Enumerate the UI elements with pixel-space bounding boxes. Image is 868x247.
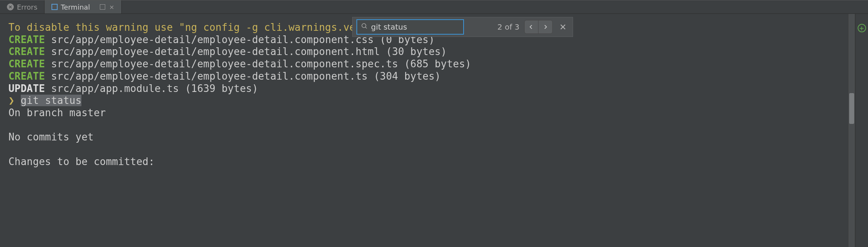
find-input-wrap[interactable] xyxy=(356,19,464,35)
terminal-line: UPDATE src/app/app.module.ts (1639 bytes… xyxy=(8,83,840,95)
tab-terminal[interactable]: Terminal × xyxy=(45,0,121,13)
terminal-line xyxy=(8,144,840,156)
terminal-line: CREATE src/app/employee-detail/employee-… xyxy=(8,58,840,70)
terminal-line: On branch master xyxy=(8,107,840,119)
find-nav xyxy=(524,20,553,34)
svg-line-1 xyxy=(365,27,367,28)
terminal-panel: To disable this warning use "ng config -… xyxy=(0,14,855,247)
tab-errors[interactable]: × Errors xyxy=(0,0,45,13)
restore-icon[interactable] xyxy=(100,4,105,10)
svg-point-0 xyxy=(362,23,366,28)
tab-label: Errors xyxy=(17,3,37,11)
error-icon: × xyxy=(7,3,14,10)
terminal-line: Changes to be committed: xyxy=(8,156,840,168)
terminal-line xyxy=(8,119,840,132)
search-input[interactable] xyxy=(371,22,467,32)
tab-label: Terminal xyxy=(61,3,90,11)
find-next-button[interactable] xyxy=(538,20,552,33)
close-find-icon[interactable]: ✕ xyxy=(557,22,569,32)
match-counter: 2 of 3 xyxy=(497,22,519,32)
search-icon xyxy=(361,23,368,31)
find-prev-button[interactable] xyxy=(525,20,538,33)
terminal-line: No commits yet xyxy=(8,131,840,144)
scrollbar-thumb[interactable] xyxy=(849,93,854,124)
close-tab-icon[interactable]: × xyxy=(109,3,114,11)
terminal-line: ❯ git status xyxy=(8,95,840,107)
terminal-line: CREATE src/app/employee-detail/employee-… xyxy=(8,46,840,58)
terminal-line: CREATE src/app/employee-detail/employee-… xyxy=(8,70,840,83)
terminal-output[interactable]: To disable this warning use "ng config -… xyxy=(0,14,848,247)
right-gutter: + xyxy=(855,14,868,247)
scrollbar[interactable] xyxy=(848,14,855,247)
tool-window-tabs: × Errors Terminal × xyxy=(0,0,868,14)
add-icon[interactable]: + xyxy=(858,24,866,32)
terminal-icon xyxy=(51,4,58,10)
find-bar: 2 of 3 ✕ xyxy=(352,17,573,37)
